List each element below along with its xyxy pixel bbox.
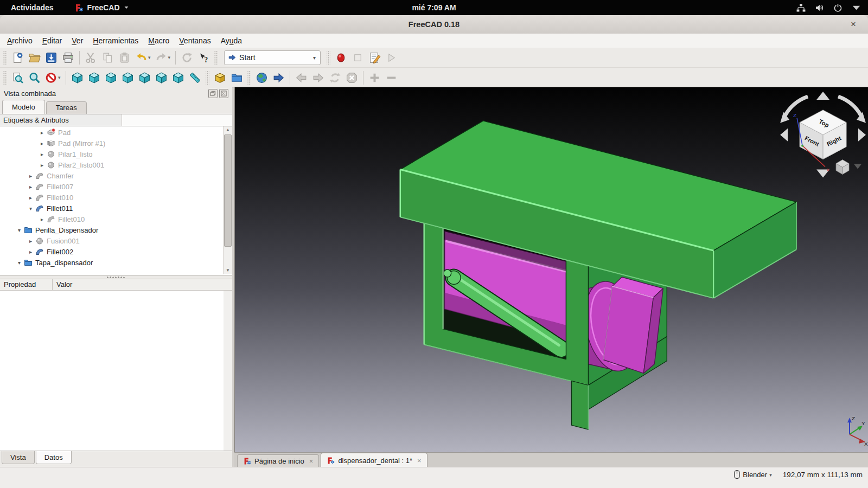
web-back-button[interactable]: [293, 69, 309, 86]
view-front-button[interactable]: [86, 69, 102, 86]
tree-expander-icon[interactable]: ▸: [27, 249, 34, 255]
measure-distance-button[interactable]: [187, 69, 203, 86]
chevron-down-icon[interactable]: ▾: [58, 75, 61, 80]
menu-ventanas[interactable]: Ventanas: [174, 34, 215, 48]
tree-column-header[interactable]: Etiquetas & Atributos: [0, 114, 122, 126]
box-zoom-button[interactable]: [27, 69, 42, 86]
open-document-button[interactable]: [27, 49, 42, 66]
draw-style-button[interactable]: ▾: [43, 69, 62, 86]
web-go-button[interactable]: [271, 69, 286, 86]
tree-item-fusion001[interactable]: ▸Fusion001: [0, 235, 223, 246]
tree-item-pilar1-listo[interactable]: ▸Pilar1_listo: [0, 149, 223, 159]
workbench-selector[interactable]: Start▾: [224, 50, 321, 65]
document-tab-dispensador-dental-1[interactable]: dispensador_dental : 1*×: [321, 453, 427, 467]
web-stop-button[interactable]: [344, 69, 360, 86]
menu-herramientas[interactable]: Herramientas: [88, 34, 143, 48]
tab-close-button[interactable]: ×: [417, 457, 422, 465]
property-column-header[interactable]: Propiedad: [0, 279, 53, 290]
window-titlebar[interactable]: FreeCAD 0.18 ×: [0, 15, 868, 34]
tree-item-pad-mirror-1[interactable]: ▸Pad (Mirror #1): [0, 138, 223, 149]
tree-item-pilar2-listo001[interactable]: ▸Pilar2_listo001: [0, 159, 223, 170]
tree-expander-icon[interactable]: ▸: [27, 184, 34, 190]
macro-record-button[interactable]: [333, 49, 349, 66]
nav-cube-menu-caret[interactable]: [854, 164, 861, 169]
macro-stop-button[interactable]: [350, 49, 366, 66]
chevron-down-icon[interactable]: ▾: [309, 55, 320, 61]
print-button[interactable]: [60, 49, 76, 66]
tree-expander-icon[interactable]: ▸: [39, 216, 46, 222]
tree-expander-icon[interactable]: ▸: [27, 195, 34, 201]
web-browser-button[interactable]: [254, 69, 270, 86]
activities-button[interactable]: Actividades: [8, 3, 57, 12]
save-button[interactable]: [43, 49, 59, 66]
tree-item-fillet010[interactable]: ▸Fillet010: [0, 192, 223, 203]
zoom-in-button[interactable]: [367, 69, 382, 86]
tree-item-fillet002[interactable]: ▸Fillet002: [0, 246, 223, 257]
scrollbar-thumb[interactable]: [224, 134, 232, 247]
view-left-button[interactable]: [170, 69, 186, 86]
menu-ver[interactable]: Ver: [67, 34, 88, 48]
paste-button[interactable]: [117, 49, 132, 66]
part-tools-button[interactable]: [212, 69, 228, 86]
nav-style-selector[interactable]: Blender ▾: [733, 470, 771, 479]
view-rear-button[interactable]: [137, 69, 152, 86]
nav-cube-menu-icon[interactable]: [836, 160, 849, 175]
undo-button[interactable]: ▾: [133, 49, 152, 66]
tree-item-tapa-dispensador[interactable]: ▾Tapa_dispensador: [0, 257, 223, 268]
value-column-header[interactable]: Valor: [53, 279, 232, 290]
tree-expander-icon[interactable]: ▾: [16, 227, 23, 233]
web-refresh-button[interactable]: [327, 69, 343, 86]
tab-vista[interactable]: Vista: [2, 451, 35, 464]
scroll-up-icon[interactable]: ▲: [224, 126, 232, 134]
menu-ayuda[interactable]: Ayuda: [216, 34, 247, 48]
toolbar-drag-handle[interactable]: [214, 51, 218, 65]
view-right-button[interactable]: [120, 69, 136, 86]
window-close-button[interactable]: ×: [847, 18, 859, 30]
tab-close-button[interactable]: ×: [309, 457, 314, 465]
refresh-button[interactable]: [179, 49, 195, 66]
web-forward-button[interactable]: [310, 69, 326, 86]
toolbar-drag-handle[interactable]: [247, 71, 251, 85]
tree-item-chamfer[interactable]: ▸Chamfer: [0, 170, 223, 181]
toolbar-drag-handle[interactable]: [327, 51, 330, 65]
tree-expander-icon[interactable]: ▸: [27, 238, 34, 244]
tree-expander-icon[interactable]: ▸: [27, 173, 34, 179]
menu-editar[interactable]: Editar: [37, 34, 67, 48]
tree-expander-icon[interactable]: ▸: [39, 130, 46, 136]
panel-float-button[interactable]: [208, 89, 218, 98]
toolbar-drag-handle[interactable]: [206, 71, 209, 85]
tab-modelo[interactable]: Modelo: [2, 100, 45, 114]
tree-item-perilla-dispensador[interactable]: ▾Perilla_Dispensador: [0, 224, 223, 235]
zoom-out-button[interactable]: [384, 69, 399, 86]
cut-button[interactable]: [83, 49, 99, 66]
chevron-down-icon[interactable]: ▾: [168, 55, 171, 60]
tree-item-pad[interactable]: ▸Pad: [0, 127, 223, 138]
view-top-button[interactable]: [103, 69, 119, 86]
redo-button[interactable]: ▾: [154, 49, 173, 66]
create-group-button[interactable]: [229, 69, 245, 86]
fit-all-button[interactable]: [10, 69, 25, 86]
chevron-down-icon[interactable]: ▾: [148, 55, 151, 60]
toolbar-drag-handle[interactable]: [3, 71, 7, 85]
macro-edit-button[interactable]: [367, 49, 382, 66]
menu-macro[interactable]: Macro: [143, 34, 174, 48]
tree-expander-icon[interactable]: ▸: [39, 140, 46, 146]
tab-datos[interactable]: Datos: [36, 451, 72, 464]
model-dispenser[interactable]: [400, 121, 796, 429]
panel-close-button[interactable]: [219, 89, 228, 98]
view-bottom-button[interactable]: [154, 69, 169, 86]
navigation-cube[interactable]: Top Front Right Z x: [780, 92, 866, 178]
clock-button[interactable]: mié 7:09 AM: [412, 3, 456, 12]
3d-viewport[interactable]: Top Front Right Z x: [234, 87, 868, 452]
toolbar-drag-handle[interactable]: [3, 51, 7, 65]
tree-scrollbar[interactable]: ▲ ▼: [223, 126, 232, 274]
view-isometric-button[interactable]: [69, 69, 85, 86]
tree-expander-icon[interactable]: ▸: [39, 162, 46, 168]
menu-archivo[interactable]: Archivo: [2, 34, 37, 48]
tree-item-fillet011[interactable]: ▾Fillet011: [0, 203, 223, 214]
tree-item-fillet007[interactable]: ▸Fillet007: [0, 181, 223, 192]
tab-tareas[interactable]: Tareas: [46, 101, 87, 114]
copy-button[interactable]: [100, 49, 116, 66]
macro-debug-button[interactable]: [384, 49, 399, 66]
tree-expander-icon[interactable]: ▾: [16, 260, 23, 266]
